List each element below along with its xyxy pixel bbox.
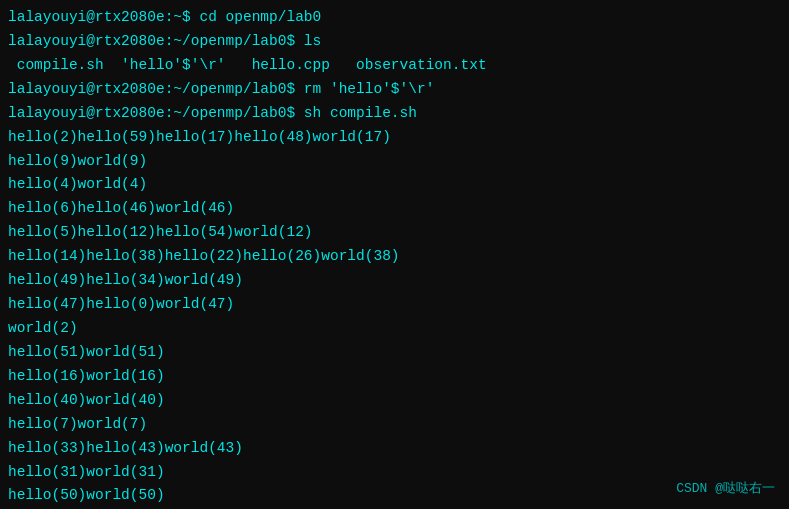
terminal-line: compile.sh 'hello'$'\r' hello.cpp observ… bbox=[8, 54, 781, 78]
terminal-window: lalayouyi@rtx2080e:~$ cd openmp/lab0lala… bbox=[0, 0, 789, 509]
terminal-line: hello(6)hello(46)world(46) bbox=[8, 197, 781, 221]
terminal-line: hello(47)hello(0)world(47) bbox=[8, 293, 781, 317]
terminal-line: hello(31)world(31) bbox=[8, 461, 781, 485]
terminal-line: hello(7)world(7) bbox=[8, 413, 781, 437]
terminal-line: hello(4)world(4) bbox=[8, 173, 781, 197]
terminal-line: hello(33)hello(43)world(43) bbox=[8, 437, 781, 461]
terminal-line: hello(50)world(50) bbox=[8, 484, 781, 508]
watermark: CSDN @哒哒右一 bbox=[676, 478, 775, 499]
terminal-line: hello(16)world(16) bbox=[8, 365, 781, 389]
terminal-line: hello(51)world(51) bbox=[8, 341, 781, 365]
terminal-line: lalayouyi@rtx2080e:~/openmp/lab0$ ls bbox=[8, 30, 781, 54]
terminal-content: lalayouyi@rtx2080e:~$ cd openmp/lab0lala… bbox=[8, 6, 781, 509]
terminal-line: hello(49)hello(34)world(49) bbox=[8, 269, 781, 293]
terminal-line: hello(9)world(9) bbox=[8, 150, 781, 174]
terminal-line: lalayouyi@rtx2080e:~/openmp/lab0$ sh com… bbox=[8, 102, 781, 126]
terminal-line: world(2) bbox=[8, 317, 781, 341]
terminal-line: hello(2)hello(59)hello(17)hello(48)world… bbox=[8, 126, 781, 150]
terminal-line: lalayouyi@rtx2080e:~$ cd openmp/lab0 bbox=[8, 6, 781, 30]
terminal-line: hello(14)hello(38)hello(22)hello(26)worl… bbox=[8, 245, 781, 269]
terminal-line: lalayouyi@rtx2080e:~/openmp/lab0$ rm 'he… bbox=[8, 78, 781, 102]
terminal-line: hello(40)world(40) bbox=[8, 389, 781, 413]
terminal-line: hello(5)hello(12)hello(54)world(12) bbox=[8, 221, 781, 245]
